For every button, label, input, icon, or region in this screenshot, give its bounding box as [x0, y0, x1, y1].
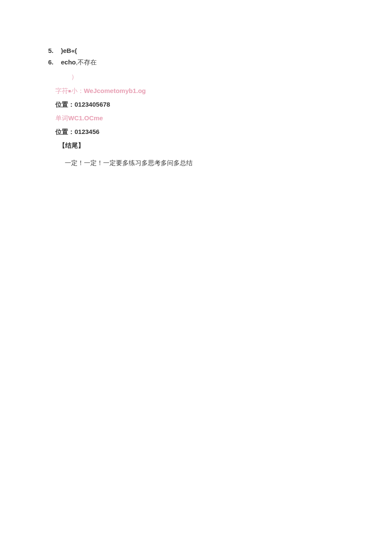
list-item-5: 5. )eB«( [48, 47, 392, 54]
final-text: 一定！一定！一定要多练习多思考多问多总结 [55, 157, 392, 169]
pos2-label: 位置： [55, 128, 75, 135]
word-value: WC1.OCme [68, 114, 103, 122]
pos1-label: 位置： [55, 101, 75, 108]
pos2-value: 0123456 [75, 128, 99, 135]
list-text-bold: echo [61, 58, 76, 66]
charstr-small: ■ [68, 88, 71, 93]
end-marker: 【结尾】 [55, 139, 392, 151]
charstr-label2: 小： [71, 87, 84, 94]
list-number: 5. [48, 47, 61, 54]
paren-line: ） [55, 71, 392, 82]
charstr-value: WeJcometomyb1.og [84, 87, 146, 94]
word-label: 单词 [55, 114, 68, 122]
list-item-6: 6. echo,不存在 [48, 58, 392, 67]
pos1-value: 0123405678 [75, 101, 110, 108]
list-text-normal: ,不存在 [76, 58, 97, 67]
list-number: 6. [48, 58, 61, 67]
charstr-label: 字苻 [55, 87, 68, 94]
pos2-line: 位置：0123456 [55, 126, 392, 137]
word-line: 单词WC1.OCme [55, 112, 392, 124]
pos1-line: 位置：0123405678 [55, 99, 392, 110]
list-text: )eB«( [61, 47, 77, 54]
charstr-line: 字苻■小：WeJcometomyb1.og [55, 85, 392, 96]
